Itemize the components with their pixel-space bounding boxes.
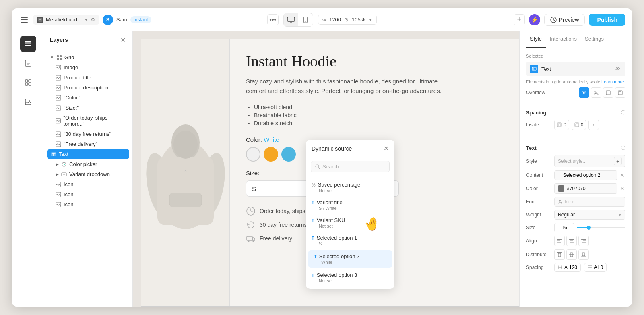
remove-content-button[interactable]: ✕ <box>619 172 625 178</box>
size-input-field[interactable] <box>554 223 574 232</box>
publish-button[interactable]: Publish <box>589 14 625 26</box>
selected-element-name: Text <box>541 66 610 72</box>
swatch-white[interactable] <box>246 147 260 162</box>
svg-point-30 <box>59 66 60 67</box>
svg-rect-79 <box>569 254 574 255</box>
popup-close-button[interactable]: ✕ <box>384 145 389 152</box>
align-center-button[interactable] <box>566 236 577 246</box>
svg-rect-73 <box>570 242 574 243</box>
letter-spacing-label: Spacing <box>526 265 554 270</box>
align-left-button[interactable] <box>554 236 565 246</box>
swatch-teal[interactable] <box>281 147 296 162</box>
svg-rect-64 <box>557 123 561 127</box>
sidebar-components-button[interactable] <box>20 75 36 91</box>
distribute-bottom-button[interactable] <box>578 249 589 260</box>
text-section-header: Text ⓘ <box>526 145 625 151</box>
weight-select[interactable]: Regular ▼ <box>554 210 625 220</box>
learn-more-link[interactable]: Learn more <box>601 79 624 84</box>
layer-item-variant-dropdown[interactable]: ▶ Variant dropdown <box>44 169 132 179</box>
layer-item-product-desc[interactable]: Product description <box>44 83 132 93</box>
color-prop-label: Color <box>526 186 554 191</box>
visibility-toggle-button[interactable]: 👁 <box>613 65 621 73</box>
settings-icon[interactable]: ⚙ <box>91 17 95 23</box>
svg-rect-67 <box>576 124 578 126</box>
size-prop-label: Size <box>526 225 554 230</box>
tab-style[interactable]: Style <box>526 31 546 48</box>
preview-button[interactable]: Preview <box>544 14 585 26</box>
popup-item-option2[interactable]: T Selected option 2 White <box>308 250 392 268</box>
layer-item-product-title[interactable]: Product title <box>44 73 132 83</box>
overflow-save-button[interactable] <box>615 87 625 98</box>
line-height-display[interactable]: AI 0 <box>584 263 607 272</box>
swatch-orange[interactable] <box>264 147 278 162</box>
layer-item-color-label[interactable]: "Color:" <box>44 93 132 103</box>
layer-item-color-picker[interactable]: ▶ Color picker <box>44 159 132 169</box>
layer-item-returns[interactable]: "30 day free returns" <box>44 129 132 139</box>
overflow-hidden-button[interactable] <box>591 87 601 98</box>
distribute-middle-button[interactable] <box>566 249 577 260</box>
file-tab[interactable]: Metafield upd... ▼ ⚙ <box>33 15 99 25</box>
tab-interactions[interactable]: Interactions <box>546 31 581 48</box>
selected-element-display: Text 👁 <box>526 62 625 76</box>
weight-prop-label: Weight <box>526 212 554 218</box>
layer-item-image[interactable]: Image <box>44 62 132 73</box>
layer-item-icon2[interactable]: Icon <box>44 189 132 199</box>
distribute-top-button[interactable] <box>554 249 565 260</box>
feature-1: Ultra-soft blend <box>254 104 503 110</box>
sidebar-layers-button[interactable] <box>20 36 36 52</box>
spacing-value-display[interactable]: A 120 <box>554 263 581 272</box>
layer-item-delivery[interactable]: "Free delivery" <box>44 139 132 149</box>
saved-pct-name: Saved percentage <box>318 182 361 188</box>
inside-link-button[interactable] <box>588 120 599 130</box>
tab-settings[interactable]: Settings <box>581 31 608 48</box>
layer-item-size-label[interactable]: "Size:" <box>44 103 132 113</box>
mobile-view-button[interactable] <box>298 13 313 26</box>
layer-item-order[interactable]: "Order today, ships tomorr..." <box>44 113 132 129</box>
canvas-area: s Instant Hoodie Stay cozy and stylish w… <box>133 31 519 307</box>
align-right-button[interactable] <box>578 236 589 246</box>
overflow-visible-button[interactable]: 👁 <box>579 87 589 98</box>
user-avatar: S <box>103 15 113 25</box>
font-select[interactable]: Inter <box>554 197 625 207</box>
add-element-button[interactable]: + <box>514 14 525 25</box>
layer-item-grid[interactable]: ▼ Grid <box>44 52 132 62</box>
svg-rect-66 <box>575 123 579 127</box>
file-dropdown-icon[interactable]: ▼ <box>84 17 88 22</box>
badge-returns-text: 30 day free returns <box>260 222 307 228</box>
search-input[interactable]: Search <box>311 161 390 172</box>
popup-item-saved-pct[interactable]: % Saved percentage Not set <box>306 178 394 196</box>
popup-item-variant-title[interactable]: T Variant title S / White <box>306 196 394 214</box>
popup-item-option1[interactable]: T Selected option 1 S <box>306 232 394 249</box>
line-height-ai: AI <box>594 265 599 270</box>
inside-top-input[interactable]: 0 <box>554 120 569 130</box>
selected-label: Selected <box>526 54 625 58</box>
layer-expand-icon: ▼ <box>50 55 54 60</box>
layer-item-icon3[interactable]: Icon <box>44 199 132 209</box>
topbar: Metafield upd... ▼ ⚙ S Sam Instant ••• w… <box>12 8 632 31</box>
size-slider[interactable] <box>577 227 625 228</box>
svg-rect-10 <box>305 21 306 22</box>
remove-color-button[interactable]: ✕ <box>619 185 625 192</box>
overflow-clip-button[interactable] <box>603 87 613 98</box>
style-select[interactable]: Select style... + <box>554 155 625 167</box>
inside-bottom-input[interactable]: 0 <box>572 120 586 130</box>
svg-rect-16 <box>27 62 30 62</box>
content-value-display[interactable]: T Selected option 2 <box>554 170 617 180</box>
menu-button[interactable] <box>19 14 30 25</box>
content-prop-label: Content <box>526 172 554 178</box>
color-value-display[interactable]: #707070 <box>554 183 617 194</box>
layer-item-icon1[interactable]: Icon <box>44 179 132 189</box>
sidebar-pages-button[interactable] <box>20 55 36 71</box>
zoom-dropdown[interactable]: ▼ <box>368 17 372 22</box>
layer-grid-label: Grid <box>64 54 74 60</box>
file-name: Metafield upd... <box>46 17 82 23</box>
more-options-button[interactable]: ••• <box>267 14 279 25</box>
add-style-button[interactable]: + <box>614 157 622 165</box>
popup-item-variant-sku[interactable]: T Variant SKU Not set <box>306 214 394 232</box>
sidebar-assets-button[interactable] <box>20 94 36 110</box>
desktop-view-button[interactable] <box>284 13 298 26</box>
layers-close-button[interactable]: ✕ <box>119 36 127 44</box>
lightning-button[interactable]: ⚡ <box>529 14 540 25</box>
layer-item-text[interactable]: Text <box>47 149 129 159</box>
popup-item-option3[interactable]: T Selected option 3 Not set <box>306 269 394 286</box>
